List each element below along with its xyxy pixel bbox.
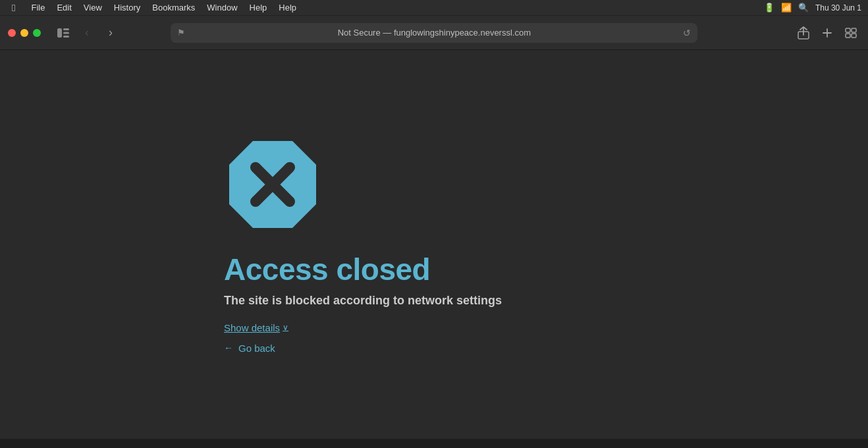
show-details-button[interactable]: Show details ∨ [224,322,288,333]
forward-button[interactable]: › [101,24,120,42]
svg-rect-7 [846,28,850,32]
svg-rect-2 [63,32,69,34]
toolbar-left-group: ‹ › [8,24,120,42]
datetime-label: Thu 30 Jun 1 [815,3,861,13]
error-subtitle: The site is blocked according to network… [224,294,502,308]
chevron-down-icon: ∨ [283,323,288,332]
menu-bookmarks[interactable]: Window [202,1,242,14]
svg-rect-0 [57,28,62,38]
sidebar-toggle-button[interactable] [54,25,72,41]
svg-rect-8 [852,28,856,32]
close-button[interactable] [8,29,16,37]
security-icon: ⚑ [177,28,185,38]
browser-toolbar: ‹ › ⚑ Not Secure — funglowingshinypeace.… [0,16,868,50]
minimize-button[interactable] [20,29,28,37]
svg-rect-3 [63,36,69,38]
main-content: Access closed The site is blocked accord… [0,50,868,439]
menu-view[interactable]: History [109,1,146,14]
menu-safari[interactable]: File [26,1,50,14]
menu-help[interactable]: Help [273,1,302,14]
error-icon-wrapper [224,136,321,236]
menu-window[interactable]: Help [244,1,273,14]
menu-left:  File Edit View History Bookmarks Windo… [7,1,302,14]
arrow-left-icon: ← [224,343,233,353]
go-back-button[interactable]: ← Go back [224,343,275,354]
address-bar[interactable]: ⚑ Not Secure — funglowingshinypeace.neve… [171,23,697,43]
new-tab-button[interactable] [818,24,836,42]
url-text: Not Secure — funglowingshinypeace.nevers… [189,28,679,38]
reload-button[interactable]: ↺ [683,28,691,38]
menu-edit[interactable]: View [78,1,107,14]
maximize-button[interactable] [33,29,41,37]
address-bar-container: ⚑ Not Secure — funglowingshinypeace.neve… [171,23,697,43]
wifi-icon: 📶 [781,3,792,13]
share-button[interactable] [794,24,813,42]
menu-history[interactable]: Bookmarks [147,1,200,14]
show-details-label: Show details [224,322,280,333]
error-title: Access closed [224,252,430,287]
toolbar-right-group [794,24,860,42]
menu-file[interactable]: Edit [51,1,76,14]
traffic-lights [8,29,41,37]
back-button[interactable]: ‹ [78,24,96,42]
mac-menu-bar:  File Edit View History Bookmarks Windo… [0,0,868,16]
svg-rect-10 [852,34,856,38]
svg-rect-1 [63,28,69,30]
apple-menu[interactable]:  [7,1,20,14]
system-tray: 🔋 📶 🔍 Thu 30 Jun 1 [764,0,861,15]
search-icon[interactable]: 🔍 [798,3,809,13]
tab-overview-button[interactable] [842,24,860,42]
go-back-label: Go back [238,343,275,354]
battery-icon: 🔋 [764,3,774,13]
svg-rect-9 [846,34,850,38]
blocked-icon [224,136,321,233]
